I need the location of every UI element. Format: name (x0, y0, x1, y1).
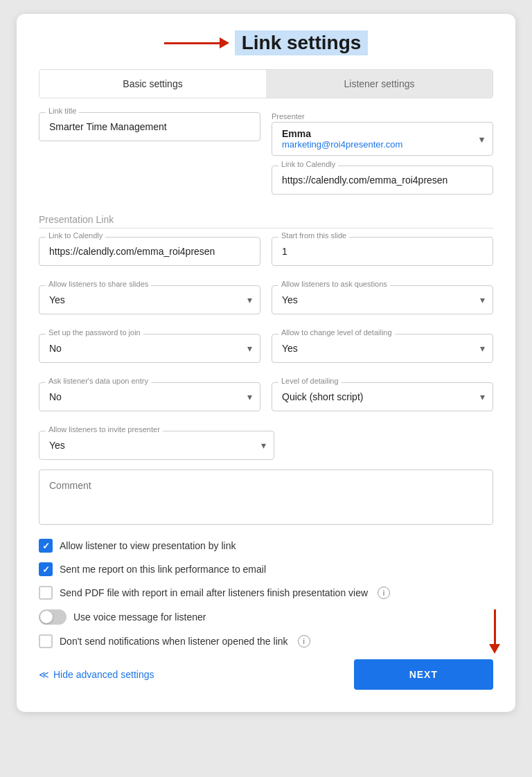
right-col: Presenter Emma marketing@roi4presenter.c… (272, 112, 493, 204)
allow-share-label: Allow listeners to share slides (46, 280, 151, 288)
arrow-down-head (489, 644, 500, 654)
allow-change-wrapper: Yes No (272, 334, 493, 363)
main-card: Link settings Basic settings Listener se… (17, 14, 515, 712)
checkbox-row-1: ✓ Allow listener to view presentation by… (39, 539, 493, 553)
link-calendly-left-field: Link to Calendly (39, 237, 260, 266)
tab-basic[interactable]: Basic settings (39, 70, 266, 98)
allow-change-field: Allow to change level of detailing Yes N… (272, 334, 493, 363)
arrow-down-line (494, 609, 496, 644)
checkbox-3-label: Send PDF file with report in email after… (60, 587, 368, 598)
link-calendly-right-field: Link to Calendly (272, 166, 493, 195)
allow-share-col: Allow listeners to share slides Yes No (39, 285, 260, 324)
header-row: Link settings (39, 30, 493, 55)
toggle-knob (40, 611, 53, 623)
info-icon-3[interactable]: i (378, 587, 390, 599)
hide-advanced-label: Hide advanced settings (53, 669, 154, 680)
checkbox-row-3: Send PDF file with report in email after… (39, 586, 493, 600)
set-password-wrapper: No Yes (39, 334, 260, 363)
info-icon-4[interactable]: i (298, 635, 310, 648)
chevrons-up-icon: ≪ (39, 669, 49, 680)
level-detailing-col: Level of detailing Quick (short script) … (272, 382, 493, 421)
allow-invite-label: Allow listeners to invite presenter (46, 425, 163, 434)
allow-invite-field: Allow listeners to invite presenter Yes … (39, 431, 274, 460)
start-slide-label: Start from this slide (278, 231, 349, 240)
checkmark-1: ✓ (42, 541, 50, 551)
allow-change-label: Allow to change level of detailing (278, 328, 395, 337)
checkbox-1[interactable]: ✓ (39, 539, 53, 553)
level-detailing-wrapper: Quick (short script) Detailed Brief (272, 382, 493, 411)
allow-invite-col: Allow listeners to invite presenter Yes … (39, 431, 274, 460)
link-calendly-left-label: Link to Calendly (46, 231, 105, 240)
checkbox-4[interactable] (39, 634, 53, 648)
set-password-field: Set up the password to join No Yes (39, 334, 260, 363)
checkbox-2[interactable]: ✓ (39, 562, 53, 576)
start-slide-input[interactable] (272, 237, 493, 266)
allow-share-field: Allow listeners to share slides Yes No (39, 285, 260, 314)
allow-questions-label: Allow listeners to ask questions (278, 280, 390, 288)
link-title-input[interactable] (39, 112, 260, 141)
presenter-name: Emma (282, 128, 483, 139)
presenter-label: Presenter (272, 112, 493, 120)
comment-section (39, 470, 493, 528)
allow-invite-select[interactable]: Yes No (39, 431, 274, 460)
ask-listener-label: Ask listener's data upon entry (46, 377, 151, 385)
tab-listener[interactable]: Listener settings (266, 70, 493, 98)
toggle-voice[interactable] (39, 609, 66, 625)
tab-bar: Basic settings Listener settings (39, 69, 493, 98)
page-title: Link settings (235, 30, 369, 55)
link-calendly-right-label: Link to Calendly (278, 160, 338, 168)
next-btn-container: NEXT (354, 659, 493, 690)
toggle-label: Use voice message for listener (73, 611, 206, 623)
arrow-right-decoration (164, 37, 229, 48)
ask-listener-wrapper: No Yes (39, 382, 260, 411)
comment-textarea[interactable] (39, 470, 493, 525)
arrow-line (164, 42, 220, 44)
checkbox-row-2: ✓ Sent me report on this link performanc… (39, 562, 493, 576)
hide-advanced-link[interactable]: ≪ Hide advanced settings (39, 669, 154, 680)
allow-invite-wrapper: Yes No (39, 431, 274, 460)
link-calendly-right-input[interactable] (272, 166, 493, 195)
ask-listener-col: Ask listener's data upon entry No Yes (39, 382, 260, 421)
checkbox-1-label: Allow listener to view presentation by l… (60, 540, 236, 551)
checkbox-3[interactable] (39, 586, 53, 600)
checkbox-4-label: Don't send notifications when listener o… (60, 636, 288, 647)
link-title-label: Link title (46, 107, 79, 115)
allow-share-wrapper: Yes No (39, 285, 260, 314)
checkbox-row-4: Don't send notifications when listener o… (39, 634, 493, 648)
checkbox-2-label: Sent me report on this link performance … (60, 564, 266, 575)
level-detailing-field: Level of detailing Quick (short script) … (272, 382, 493, 411)
bottom-bar: ≪ Hide advanced settings NEXT (39, 659, 493, 690)
link-title-field: Link title (39, 112, 260, 141)
arrow-head (220, 37, 229, 48)
left-calendly-col: Link to Calendly (39, 237, 260, 276)
level-detailing-select[interactable]: Quick (short script) Detailed Brief (272, 382, 493, 411)
allow-questions-field: Allow listeners to ask questions Yes No (272, 285, 493, 314)
presentation-link-label: Presentation Link (39, 214, 493, 229)
set-password-label: Set up the password to join (46, 328, 143, 337)
presenter-email: marketing@roi4presenter.com (282, 139, 483, 150)
ask-listener-select[interactable]: No Yes (39, 382, 260, 411)
allow-change-select[interactable]: Yes No (272, 334, 493, 363)
allow-share-select[interactable]: Yes No (39, 285, 260, 314)
next-button[interactable]: NEXT (354, 659, 493, 690)
presenter-chevron-icon: ▾ (479, 134, 484, 145)
allow-questions-wrapper: Yes No (272, 285, 493, 314)
toggle-row: Use voice message for listener (39, 609, 493, 625)
arrow-down-decoration (489, 609, 500, 654)
allow-questions-col: Allow listeners to ask questions Yes No (272, 285, 493, 324)
start-slide-field: Start from this slide (272, 237, 493, 266)
right-slide-col: Start from this slide (272, 237, 493, 276)
checkmark-2: ✓ (42, 564, 50, 575)
link-calendly-left-input[interactable] (39, 237, 260, 266)
level-detailing-label: Level of detailing (278, 377, 342, 385)
allow-change-col: Allow to change level of detailing Yes N… (272, 334, 493, 373)
left-col: Link title (39, 112, 260, 204)
set-password-select[interactable]: No Yes (39, 334, 260, 363)
ask-listener-field: Ask listener's data upon entry No Yes (39, 382, 260, 411)
set-password-col: Set up the password to join No Yes (39, 334, 260, 373)
presenter-field[interactable]: Emma marketing@roi4presenter.com ▾ (272, 122, 493, 156)
allow-questions-select[interactable]: Yes No (272, 285, 493, 314)
form-section: Link title Presenter Emma marketing@roi4… (39, 112, 493, 648)
